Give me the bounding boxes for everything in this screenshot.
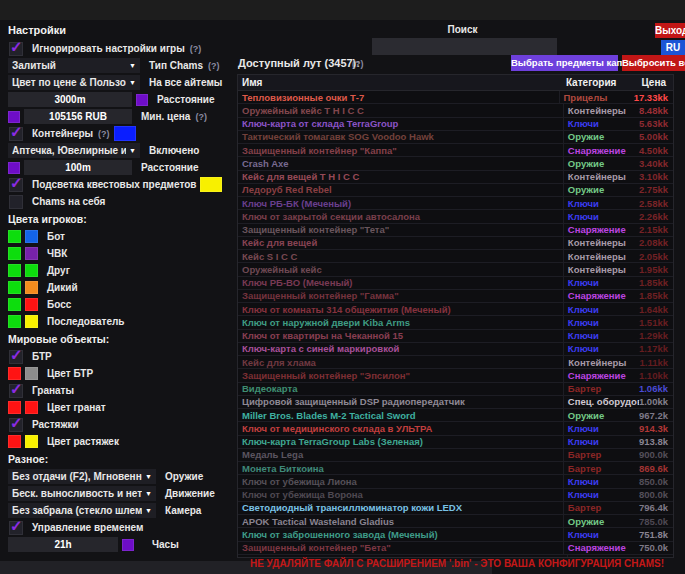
loot-table-row[interactable]: Кейс для вещейКонтейнеры2.08kk: [238, 237, 673, 250]
loot-table-row[interactable]: Ключ от убежища ЛионаКлючи850.0k: [238, 475, 673, 488]
column-header-price[interactable]: Цена: [641, 77, 673, 88]
language-button[interactable]: RU: [661, 40, 685, 55]
loot-table-row[interactable]: APOK Tactical Wasteland GladiusОружие785…: [238, 515, 673, 528]
player-color-swatch-secondary[interactable]: [25, 264, 38, 277]
containers-filter-dropdown[interactable]: Аптечка, Ювелирные и... ▼: [8, 143, 140, 158]
loot-table-row[interactable]: Ключ от квартиры на Чеканной 15Ключи1.29…: [238, 330, 673, 343]
setting-label: Расстояние: [157, 94, 215, 105]
hours-color-swatch[interactable]: [122, 539, 134, 551]
loot-table-row[interactable]: Защищенный контейнер "Эпсилон"Снаряжение…: [238, 369, 673, 382]
time-control-checkbox[interactable]: [9, 521, 23, 535]
loot-table-row[interactable]: Защищенный контейнер "Гамма"Снаряжение1.…: [238, 290, 673, 303]
column-header-name[interactable]: Имя: [238, 77, 566, 88]
loot-table-row[interactable]: Ключ от комнаты 314 общежития (Меченый)К…: [238, 303, 673, 316]
loot-item-name: Ледоруб Red Rebel: [238, 184, 564, 196]
loot-table-row[interactable]: Оружейный кейсКонтейнеры1.95kk: [238, 263, 673, 276]
ignore-game-checkbox[interactable]: [9, 42, 23, 56]
chams-type-dropdown[interactable]: Залитый ▼: [8, 58, 140, 73]
quest-color-swatch[interactable]: [200, 177, 222, 192]
movement-dropdown[interactable]: Беск. выносливость и нет уста ▼: [8, 486, 156, 501]
player-color-swatch-primary[interactable]: [8, 315, 21, 328]
loot-table-row[interactable]: Кейс для хламаКонтейнеры1.11kk: [238, 356, 673, 369]
loot-item-category: Ключи: [564, 317, 639, 328]
loot-table-row[interactable]: Защищенный контейнер "Тета"Снаряжение2.1…: [238, 224, 673, 237]
select-kappa-items-button[interactable]: Выбрать предметы каппа: [511, 55, 618, 71]
min-price-color-swatch[interactable]: [8, 111, 20, 123]
help-icon[interactable]: (?): [98, 129, 110, 139]
btr-color-swatch-2[interactable]: [25, 367, 38, 380]
drop-all-button[interactable]: Выбросить все: [622, 55, 685, 71]
min-price-input[interactable]: 105156 RUB: [24, 109, 132, 124]
loot-table-row[interactable]: Оружейный кейс T H I C CКонтейнеры8.48kk: [238, 104, 673, 117]
player-color-swatch-secondary[interactable]: [25, 247, 38, 260]
player-color-swatch-secondary[interactable]: [25, 281, 38, 294]
btr-checkbox[interactable]: [9, 350, 23, 364]
loot-table-row[interactable]: Монета БиткоинаБартер869.6k: [238, 462, 673, 475]
loot-table-row[interactable]: Ключ-карта TerraGroup Labs (Зеленая)Ключ…: [238, 436, 673, 449]
player-color-swatch-primary[interactable]: [8, 298, 21, 311]
distance-input[interactable]: 3000m: [8, 92, 132, 107]
loot-table-row[interactable]: Тактический томагавк SOG Voodoo HawkОруж…: [238, 131, 673, 144]
exit-button[interactable]: Выход: [655, 23, 685, 38]
loot-table-row[interactable]: Защищенный контейнер "Каппа"Снаряжение4.…: [238, 144, 673, 157]
loot-table-row[interactable]: Ключ от закрытой секции автосалонаКлючи2…: [238, 210, 673, 223]
loot-table-row[interactable]: Тепловизионные очки Т-7Прицелы17.33kk: [238, 91, 673, 104]
player-color-swatch-primary[interactable]: [8, 230, 21, 243]
player-color-swatch-primary[interactable]: [8, 247, 21, 260]
loot-table-row[interactable]: Ледоруб Red RebelОружие2.75kk: [238, 184, 673, 197]
player-color-swatch-secondary[interactable]: [25, 230, 38, 243]
loot-table-row[interactable]: Ключ РБ-БК (Меченый)Ключи2.58kk: [238, 197, 673, 210]
tripwire-color-swatch-2[interactable]: [25, 435, 38, 448]
tripwires-checkbox[interactable]: [9, 418, 23, 432]
loot-item-price: 1.95kk: [639, 264, 673, 275]
player-color-swatch-secondary[interactable]: [25, 298, 38, 311]
player-color-label: Друг: [47, 265, 70, 276]
loot-table-row[interactable]: Кейс для вещей T H I C CКонтейнеры3.10kk: [238, 171, 673, 184]
player-color-swatch-secondary[interactable]: [25, 315, 38, 328]
help-icon[interactable]: (?): [208, 61, 220, 71]
help-icon[interactable]: (?): [190, 44, 202, 54]
loot-table-row[interactable]: ВидеокартаБартер1.06kk: [238, 383, 673, 396]
loot-table-row[interactable]: Ключ от заброшенного завода (Меченый)Клю…: [238, 528, 673, 541]
loot-table-row[interactable]: Ключ от медицинского склада в УЛЬТРАКлюч…: [238, 422, 673, 435]
help-icon[interactable]: (?): [352, 59, 364, 69]
btr-color-swatch-1[interactable]: [8, 367, 21, 380]
loot-item-price: 1.00kk: [639, 396, 673, 407]
grenade-color-swatch-1[interactable]: [8, 401, 21, 414]
loot-table-row[interactable]: Медаль LegaБартер900.0k: [238, 449, 673, 462]
loot-table-row[interactable]: Кейс S I C CКонтейнеры2.05kk: [238, 250, 673, 263]
search-input[interactable]: [372, 38, 557, 55]
player-color-swatch-primary[interactable]: [8, 264, 21, 277]
grenade-color-swatch-2[interactable]: [25, 401, 38, 414]
quest-highlight-checkbox[interactable]: [9, 178, 23, 192]
hours-input[interactable]: 21h: [8, 537, 118, 552]
player-color-label: Бот: [47, 231, 65, 242]
camera-dropdown[interactable]: Без забрала (стекло шлема) ▼: [8, 503, 156, 518]
loot-table-row[interactable]: Ключ-карта от склада TerraGroupКлючи5.63…: [238, 118, 673, 131]
containers-checkbox[interactable]: [9, 127, 23, 141]
loot-table-row[interactable]: Miller Bros. Blades M-2 Tactical SwordОр…: [238, 409, 673, 422]
weapon-dropdown[interactable]: Без отдачи (F2), Мгновенное п ▼: [8, 469, 156, 484]
container-distance-color-swatch[interactable]: [8, 162, 20, 174]
loot-table-row[interactable]: Защищенный контейнер "Бета"Снаряжение750…: [238, 542, 673, 555]
help-icon[interactable]: (?): [195, 112, 207, 122]
loot-item-price: 914.3k: [639, 423, 673, 434]
all-items-dropdown[interactable]: Цвет по цене & Пользователь ▼: [8, 75, 140, 90]
loot-table-row[interactable]: Ключ от наружной двери Kiba ArmsКлючи1.5…: [238, 316, 673, 329]
container-distance-input[interactable]: 100m: [24, 160, 132, 175]
column-header-category[interactable]: Категория: [566, 77, 642, 88]
tripwire-color-swatch-1[interactable]: [8, 435, 21, 448]
loot-table-row[interactable]: Ключ-карта с синей маркировкойКлючи1.17k…: [238, 343, 673, 356]
setting-label: Оружие: [165, 471, 203, 482]
loot-item-price: 3.10kk: [639, 171, 673, 182]
loot-table-row[interactable]: Цифровой защищенный DSP радиопередатчикС…: [238, 396, 673, 409]
loot-table-row[interactable]: Ключ от убежища ВоронаКлючи800.0k: [238, 489, 673, 502]
containers-color-swatch[interactable]: [114, 126, 136, 141]
grenades-checkbox[interactable]: [9, 384, 23, 398]
player-color-swatch-primary[interactable]: [8, 281, 21, 294]
loot-table-row[interactable]: Ключ РБ-ВО (Меченый)Ключи1.85kk: [238, 277, 673, 290]
loot-table-row[interactable]: Crash AxeОружие3.40kk: [238, 157, 673, 170]
chams-self-checkbox[interactable]: [9, 195, 23, 209]
loot-table-row[interactable]: Светодиодный трансиллюминатор кожи LEDXБ…: [238, 502, 673, 515]
distance-color-swatch[interactable]: [136, 94, 148, 106]
